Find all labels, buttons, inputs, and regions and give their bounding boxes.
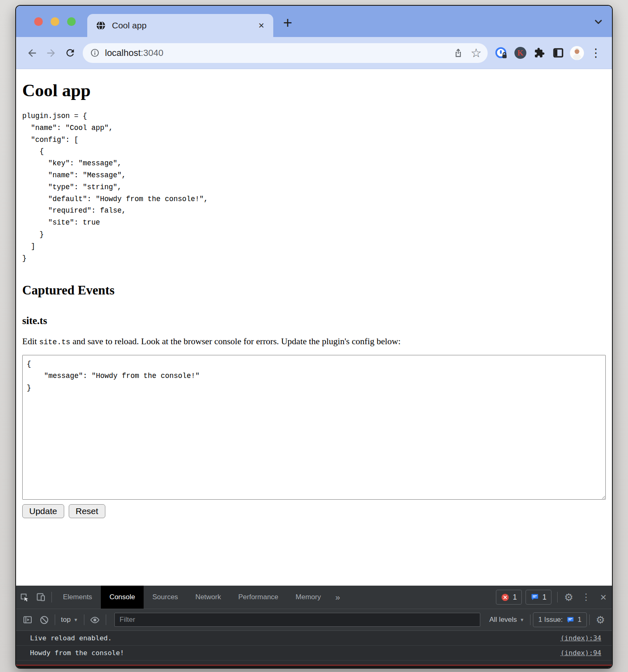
- tab-title: Cool app: [112, 21, 256, 30]
- profile-avatar[interactable]: [568, 44, 586, 63]
- devtools-tab-console[interactable]: Console: [101, 586, 144, 609]
- form-button-row: Update Reset: [22, 504, 606, 518]
- browser-menu-icon[interactable]: ⋮: [586, 44, 605, 63]
- window-close-button[interactable]: [34, 17, 43, 26]
- tab-search-chevron-icon[interactable]: [592, 16, 605, 28]
- issues-count: 1: [578, 616, 581, 624]
- toolbar-separator: [84, 614, 84, 625]
- issue-message-icon: [530, 593, 539, 601]
- toolbar-separator: [557, 592, 558, 602]
- console-source-link[interactable]: (index):34: [561, 634, 601, 642]
- devtools-close-icon[interactable]: ×: [595, 586, 612, 609]
- kagi-extension-icon[interactable]: K: [511, 44, 530, 63]
- captured-events-heading: Captured Events: [22, 283, 606, 298]
- clear-console-icon[interactable]: [36, 609, 52, 630]
- log-levels-selector[interactable]: All levels ▼: [486, 616, 528, 624]
- reset-button[interactable]: Reset: [69, 504, 105, 518]
- issues-counter-button[interactable]: 1 Issue: 1: [533, 612, 587, 627]
- console-message-row: Live reload enabled. (index):34: [16, 631, 612, 646]
- toolbar-separator: [106, 614, 106, 625]
- instructions-paragraph: Edit site.ts and save to reload. Look at…: [22, 336, 606, 347]
- issues-label: 1 Issue:: [538, 616, 563, 624]
- issue-badge-count: 1: [542, 593, 547, 602]
- address-bar[interactable]: localhost:3040 ☆: [83, 43, 488, 63]
- window-zoom-button[interactable]: [67, 17, 76, 26]
- instructions-inline-code: site.ts: [39, 338, 70, 346]
- config-editor-textarea[interactable]: { "message": "Howdy from the console!" }: [22, 355, 606, 500]
- error-count-badge[interactable]: 1: [496, 590, 522, 605]
- toolbar-separator: [51, 592, 52, 602]
- devtools-tab-elements[interactable]: Elements: [54, 586, 101, 609]
- console-filter-input[interactable]: [114, 613, 480, 627]
- console-toolbar: top ▼ All levels ▼ 1 Issue:: [16, 609, 612, 631]
- share-icon[interactable]: [449, 44, 467, 62]
- console-source-link[interactable]: (index):94: [561, 649, 601, 657]
- svg-text:K: K: [517, 49, 523, 57]
- traffic-lights: [34, 17, 76, 26]
- url-host: localhost: [105, 48, 141, 58]
- side-panel-icon[interactable]: [549, 44, 568, 63]
- console-sidebar-toggle-icon[interactable]: [19, 609, 36, 630]
- toolbar-separator: [589, 614, 590, 625]
- devtools-tab-bar: Elements Console Sources Network Perform…: [16, 586, 612, 609]
- devtools-menu-icon[interactable]: ⋮: [577, 586, 595, 609]
- issue-count-badge[interactable]: 1: [526, 590, 551, 605]
- forward-button[interactable]: [42, 44, 60, 63]
- console-message-text[interactable]: Howdy from the console!: [30, 649, 561, 657]
- more-tabs-icon[interactable]: »: [330, 592, 346, 602]
- devtools-panel: Elements Console Sources Network Perform…: [16, 586, 612, 668]
- browser-toolbar: localhost:3040 ☆ K: [16, 37, 612, 69]
- console-message-text[interactable]: Live reload enabled.: [30, 634, 561, 642]
- update-button[interactable]: Update: [22, 504, 64, 518]
- page-content: Cool app plugin.json = { "name": "Cool a…: [16, 69, 612, 586]
- window-minimize-button[interactable]: [51, 17, 59, 26]
- instructions-text-after: and save to reload. Look at the browser …: [70, 336, 401, 346]
- site-ts-heading: site.ts: [22, 315, 606, 327]
- dropdown-triangle-icon: ▼: [520, 617, 524, 622]
- reload-button[interactable]: [60, 44, 79, 63]
- instructions-text-before: Edit: [22, 336, 39, 346]
- devtools-status-badges: 1 1: [496, 590, 551, 605]
- extensions-puzzle-icon[interactable]: [530, 44, 549, 63]
- inspect-element-icon[interactable]: [16, 586, 33, 609]
- dropdown-triangle-icon: ▼: [74, 617, 78, 622]
- browser-window: Cool app × + lo: [15, 5, 613, 669]
- site-info-icon[interactable]: [90, 48, 100, 58]
- devtools-settings-gear-icon[interactable]: ⚙: [560, 586, 577, 609]
- error-message-strip: [16, 665, 612, 668]
- devtools-tab-sources[interactable]: Sources: [144, 586, 186, 609]
- new-tab-button[interactable]: +: [283, 15, 292, 30]
- tab-strip: Cool app × +: [16, 6, 612, 37]
- url-port: :3040: [141, 48, 163, 58]
- favicon-globe-icon: [95, 20, 106, 31]
- browser-tab[interactable]: Cool app ×: [87, 14, 273, 37]
- plugin-json-code-block: plugin.json = { "name": "Cool app", "con…: [22, 110, 606, 264]
- bookmark-star-icon[interactable]: ☆: [467, 44, 485, 62]
- console-message-row: Howdy from the console! (index):94: [16, 646, 612, 660]
- console-message-list: Live reload enabled. (index):34 Howdy fr…: [16, 631, 612, 665]
- page-title: Cool app: [22, 80, 606, 100]
- devtools-tab-memory[interactable]: Memory: [287, 586, 329, 609]
- error-count: 1: [513, 593, 517, 602]
- toolbar-separator: [530, 614, 530, 625]
- devtools-tab-network[interactable]: Network: [187, 586, 230, 609]
- execution-context-selector[interactable]: top ▼: [58, 616, 81, 624]
- url-text[interactable]: localhost:3040: [105, 48, 449, 58]
- password-manager-extension-icon[interactable]: [492, 44, 511, 63]
- live-expression-eye-icon[interactable]: [87, 609, 103, 630]
- device-toolbar-icon[interactable]: [33, 586, 49, 609]
- error-icon: [501, 593, 509, 602]
- devtools-tab-performance[interactable]: Performance: [230, 586, 287, 609]
- tab-close-icon[interactable]: ×: [256, 20, 267, 31]
- console-settings-gear-icon[interactable]: ⚙: [592, 609, 609, 630]
- back-button[interactable]: [23, 44, 42, 63]
- issue-message-icon: [566, 616, 575, 624]
- toolbar-separator: [55, 614, 55, 625]
